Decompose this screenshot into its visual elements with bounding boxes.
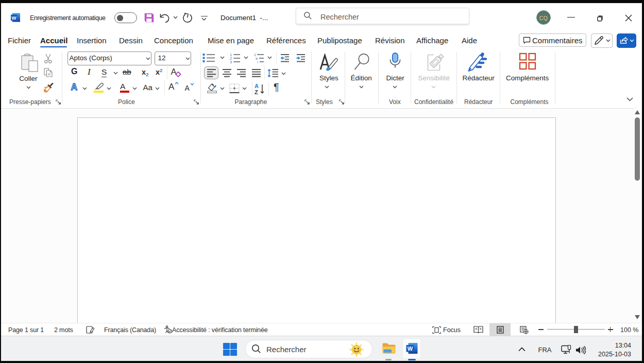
svg-text:W: W	[12, 15, 16, 21]
svg-text:i: i	[257, 60, 258, 63]
svg-text:Z: Z	[255, 89, 258, 95]
svg-text:W: W	[408, 345, 413, 352]
svg-text:a: a	[256, 56, 258, 60]
svg-text:A: A	[255, 83, 259, 89]
svg-text:1: 1	[254, 53, 256, 56]
svg-text:3: 3	[230, 60, 232, 63]
